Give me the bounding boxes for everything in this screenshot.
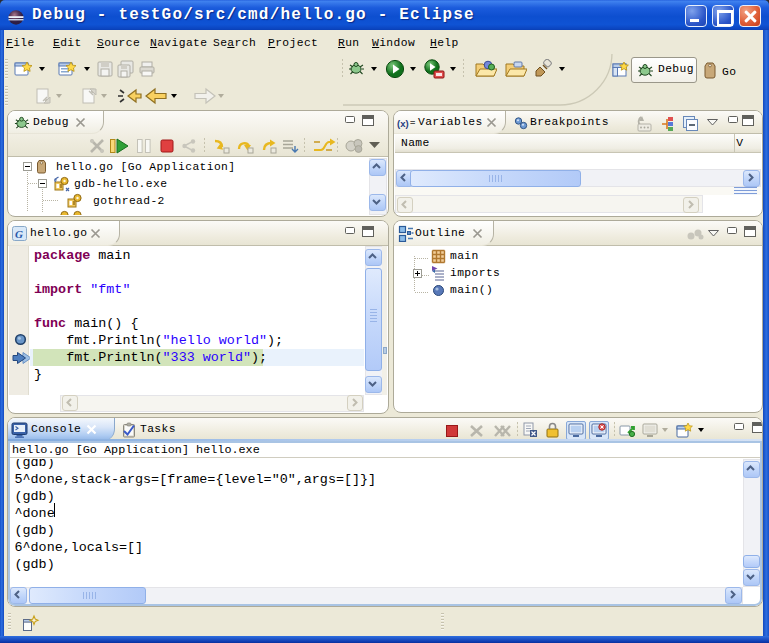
- svg-text:G: G: [15, 228, 23, 240]
- svg-text:=: =: [410, 118, 415, 128]
- svg-text:(x): (x): [397, 118, 409, 129]
